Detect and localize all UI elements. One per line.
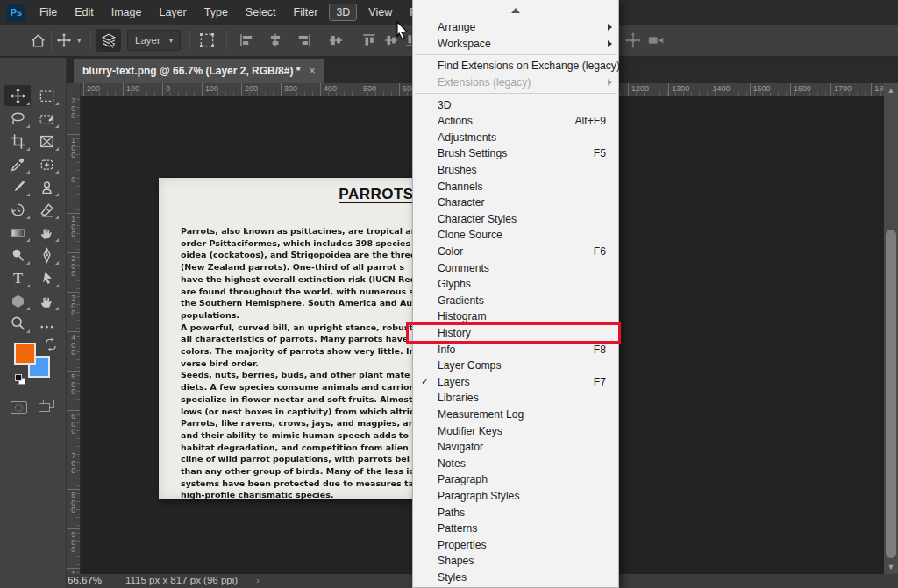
menu-item-styles[interactable]: Styles: [413, 570, 618, 586]
ruler-corner: [67, 83, 81, 96]
menu-item-character-styles[interactable]: Character Styles: [413, 211, 618, 228]
crop-tool[interactable]: [4, 131, 31, 152]
align-horizontal-centers-button[interactable]: [267, 25, 283, 56]
quick-mask-button[interactable]: [11, 401, 27, 414]
menu-item-navigator[interactable]: Navigator: [413, 439, 618, 456]
swap-colors-icon[interactable]: [44, 337, 58, 351]
align-vertical-centers-button[interactable]: [328, 25, 344, 56]
menu-item-find-extensions-on-exchange-legacy[interactable]: Find Extensions on Exchange (legacy)...: [413, 58, 618, 74]
history-brush-tool[interactable]: [4, 199, 31, 220]
svg-text:T: T: [12, 270, 22, 287]
path-selection-tool[interactable]: [33, 267, 60, 288]
scroll-down-icon[interactable]: ▼: [884, 563, 898, 571]
healing-brush-tool[interactable]: [33, 153, 60, 174]
menubar-item-select[interactable]: Select: [237, 3, 285, 22]
menu-item-character[interactable]: Character: [413, 195, 618, 211]
hand-tool[interactable]: [33, 290, 60, 311]
pen-tool[interactable]: [33, 244, 60, 266]
menubar-item-type[interactable]: Type: [196, 3, 237, 22]
menu-item-libraries[interactable]: Libraries: [413, 390, 618, 407]
move-tool[interactable]: [4, 85, 31, 106]
brush-tool[interactable]: [4, 176, 31, 197]
menu-item-brush-settings[interactable]: Brush SettingsF5: [413, 145, 618, 162]
chevron-down-icon[interactable]: ▾: [77, 25, 82, 56]
menu-item-shapes[interactable]: Shapes: [413, 553, 618, 570]
status-popup-chevron[interactable]: ›: [256, 575, 260, 585]
align-right-edges-button[interactable]: [296, 25, 312, 56]
layer-select-dropdown[interactable]: Layer▾: [127, 30, 181, 51]
menu-scroll-up-icon[interactable]: [413, 2, 618, 19]
menu-item-glyphs[interactable]: Glyphs: [413, 276, 618, 293]
auto-select-toggle[interactable]: [96, 29, 121, 52]
distribute-vertical-centers-button[interactable]: [383, 25, 399, 56]
menu-item-brushes[interactable]: Brushes: [413, 162, 618, 179]
move-tool-option-icon[interactable]: [56, 25, 72, 56]
align-left-edges-button[interactable]: [239, 25, 254, 56]
eyedropper-tool[interactable]: [4, 153, 31, 174]
menubar-item-layer[interactable]: Layer: [150, 3, 195, 22]
menu-item-history[interactable]: History: [413, 325, 618, 342]
document-tab[interactable]: blurry-text.png @ 66.7% (Layer 2, RGB/8#…: [74, 59, 324, 83]
menu-item-arrange[interactable]: Arrange: [413, 19, 618, 36]
scroll-up-icon[interactable]: ▲: [884, 86, 898, 95]
menu-item-actions[interactable]: ActionsAlt+F9: [413, 113, 618, 130]
type-tool[interactable]: T: [4, 267, 31, 288]
menu-item-color[interactable]: ColorF6: [413, 244, 618, 260]
lasso-tool[interactable]: [4, 108, 31, 129]
crop-tool-icon: [10, 133, 26, 150]
ruler-label: 200: [67, 252, 80, 278]
menubar-item-view[interactable]: View: [360, 3, 401, 22]
dodge-tool[interactable]: [4, 244, 31, 266]
foreground-color-swatch[interactable]: [14, 343, 36, 365]
zoom-tool-icon: [10, 315, 26, 332]
rectangular-marquee-tool[interactable]: [33, 85, 60, 106]
menubar-item-edit[interactable]: Edit: [66, 3, 103, 22]
ruler-label: 1700: [830, 83, 852, 96]
distribute-top-edges-button[interactable]: [361, 25, 377, 56]
menu-item-adjustments[interactable]: Adjustments: [413, 130, 618, 146]
close-tab-icon[interactable]: ×: [309, 65, 315, 77]
menubar-item-image[interactable]: Image: [103, 3, 151, 22]
clone-stamp-tool[interactable]: [33, 176, 60, 197]
menubar-item-file[interactable]: File: [31, 3, 66, 22]
frame-tool[interactable]: [33, 131, 60, 152]
ruler-label: 200: [83, 83, 100, 96]
3d-mode-move-button[interactable]: [624, 25, 642, 56]
menu-item-clone-source[interactable]: Clone Source: [413, 227, 618, 244]
smudge-tool[interactable]: [33, 222, 60, 243]
shape-tool[interactable]: [4, 290, 31, 311]
menu-item-comments[interactable]: Comments: [413, 259, 618, 276]
menu-item-info[interactable]: InfoF8: [413, 341, 618, 358]
menu-item-patterns[interactable]: Patterns: [413, 521, 618, 537]
zoom-level-field[interactable]: 66.67%: [68, 575, 102, 585]
menu-item-properties[interactable]: Properties: [413, 536, 618, 553]
checkmark-icon: ✓: [421, 376, 429, 387]
menu-item-measurement-log[interactable]: Measurement Log: [413, 407, 618, 423]
zoom-tool[interactable]: [4, 313, 31, 334]
menu-item-gradients[interactable]: Gradients: [413, 293, 618, 309]
menu-item-paths[interactable]: Paths: [413, 504, 618, 521]
menu-item-modifier-keys[interactable]: Modifier Keys: [413, 422, 618, 439]
gradient-tool[interactable]: [4, 222, 31, 243]
show-transform-controls-toggle[interactable]: [198, 25, 216, 56]
menu-item-paragraph-styles[interactable]: Paragraph Styles: [413, 488, 618, 505]
menu-item-notes[interactable]: Notes: [413, 455, 618, 471]
vertical-scrollbar-thumb[interactable]: [886, 230, 896, 558]
menu-item-channels[interactable]: Channels: [413, 178, 618, 195]
3d-camera-button[interactable]: [647, 25, 666, 56]
menu-item-paragraph[interactable]: Paragraph: [413, 471, 618, 488]
object-selection-tool[interactable]: [33, 108, 60, 129]
menu-item-3d[interactable]: 3D: [413, 96, 618, 113]
home-button[interactable]: [30, 25, 46, 56]
eraser-tool[interactable]: [33, 199, 60, 220]
edit-toolbar-ellipsis[interactable]: [33, 313, 60, 334]
vertical-scrollbar[interactable]: ▲ ▼: [884, 83, 898, 574]
menu-item-layers[interactable]: ✓LayersF7: [413, 373, 618, 390]
menu-item-layer-comps[interactable]: Layer Comps: [413, 358, 618, 374]
photoshop-logo-icon[interactable]: Ps: [7, 4, 25, 22]
menu-item-workspace[interactable]: Workspace: [413, 36, 618, 53]
menubar-item-filter[interactable]: Filter: [285, 3, 327, 22]
menubar-item-3d[interactable]: 3D: [329, 4, 357, 21]
menu-item-histogram[interactable]: Histogram: [413, 308, 618, 325]
separator: [90, 30, 91, 51]
